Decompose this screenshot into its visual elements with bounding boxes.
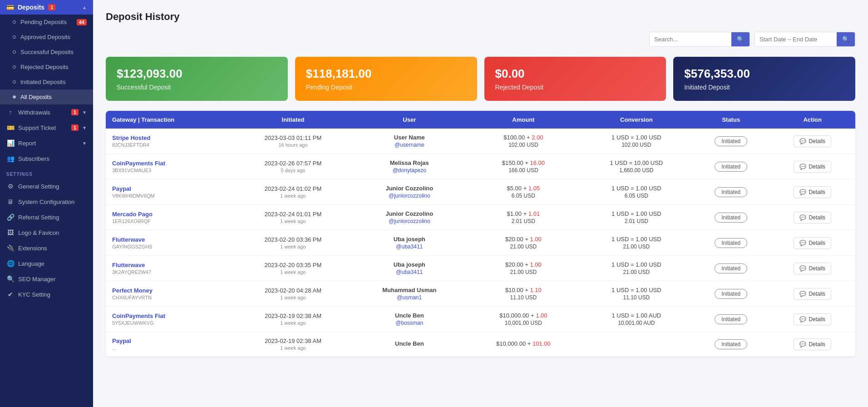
successful-deposits-dot <box>13 50 16 54</box>
sidebar-item-report[interactable]: 📊 Report ▼ <box>0 135 93 151</box>
date-range-input[interactable] <box>755 33 837 46</box>
gateway-name[interactable]: Stripe Hosted <box>112 134 227 141</box>
general-setting-icon: ⚙ <box>6 183 15 190</box>
conversion-cell: 1 USD = 1.00 USD 21.00 USD <box>581 256 692 281</box>
conversion-cell: 1 USD = 1.00 USD 6.05 USD <box>581 179 692 205</box>
sidebar-item-withdrawals[interactable]: ↑ Withdrawals 1 ▼ <box>0 104 93 120</box>
sidebar-item-seo-manager[interactable]: 🔍 SEO Manager <box>0 271 93 287</box>
sidebar-item-extensions[interactable]: 🔌 Extensions <box>0 240 93 256</box>
amount-fee: 1.00 <box>530 236 542 243</box>
initiated-date: 2023-02-20 03:36 PM <box>240 236 346 243</box>
conv-rate: 1 USD = 1.00 USD <box>587 134 686 141</box>
user-cell: Muhammad Usman @usman1 <box>352 281 466 307</box>
language-icon: 🌐 <box>6 260 15 267</box>
details-button[interactable]: 💬 Details <box>794 186 831 198</box>
gateway-name[interactable]: Flutterwave <box>112 262 227 268</box>
sidebar-item-kyc-setting[interactable]: ✔ KYC Setting <box>0 287 93 302</box>
details-button[interactable]: 💬 Details <box>794 212 831 223</box>
date-search-button[interactable]: 🔍 <box>837 32 855 46</box>
initiated-date: 2023-02-19 02:38 AM <box>240 313 346 319</box>
action-cell: 💬 Details <box>769 205 855 230</box>
chevron-up-icon: ▲ <box>82 5 87 10</box>
user-handle[interactable]: @uba3411 <box>359 269 460 275</box>
chat-icon: 💬 <box>799 291 806 297</box>
user-handle[interactable]: @juniorcozzolino <box>359 193 460 199</box>
details-button[interactable]: 💬 Details <box>794 288 831 300</box>
gateway-name[interactable]: CoinPayments Fiat <box>112 313 227 319</box>
details-button[interactable]: 💬 Details <box>794 313 831 325</box>
sidebar-item-logo-favicon[interactable]: 🖼 Logo & Favicon <box>0 225 93 240</box>
sidebar-initiated-deposits-label: Initiated Deposits <box>20 79 66 85</box>
sidebar-item-pending-deposits[interactable]: Pending Deposits 44 <box>0 15 93 30</box>
sidebar-item-all-deposits[interactable]: All Deposits <box>0 89 93 104</box>
search-input[interactable] <box>650 33 731 46</box>
user-handle[interactable]: @juniorcozzolino <box>359 218 460 224</box>
main-content: Deposit History 🔍 🔍 $123,093.00 Successf… <box>93 0 868 407</box>
amount-cell: $20.00 + 1.00 21.00 USD <box>466 230 580 256</box>
amount-total: 6.05 USD <box>473 193 574 199</box>
sidebar-item-system-configuration[interactable]: 🖥 System Configuration <box>0 194 93 209</box>
amount-total: 102.00 USD <box>473 142 574 148</box>
user-handle[interactable]: @usman1 <box>359 294 460 301</box>
sidebar-system-configuration-label: System Configuration <box>18 199 74 205</box>
table-header-cell: Gateway | Transaction <box>106 111 234 129</box>
sidebar-item-language[interactable]: 🌐 Language <box>0 256 93 271</box>
chevron-down-icon: ▼ <box>82 110 87 115</box>
gateway-cell: Flutterwave 3K2AYQRE2W47 <box>106 256 234 281</box>
conv-rate: 1 USD = 1.00 AUD <box>587 312 686 319</box>
gateway-name[interactable]: Perfect Money <box>112 287 227 294</box>
user-handle[interactable]: @uba3411 <box>359 243 460 250</box>
card-amount: $118,181.00 <box>306 67 466 81</box>
sidebar-item-deposits[interactable]: 💳 Deposits 1 ▲ <box>0 0 93 15</box>
sidebar-seo-manager-label: SEO Manager <box>18 276 55 283</box>
conv-total: 2.01 USD <box>587 218 686 224</box>
table-header-cell: Status <box>692 111 769 129</box>
sidebar-item-rejected-deposits[interactable]: Rejected Deposits <box>0 60 93 74</box>
user-handle[interactable]: @username <box>359 142 460 148</box>
details-button[interactable]: 💬 Details <box>794 135 831 147</box>
gateway-name[interactable]: CoinPayments Fiat <box>112 160 227 167</box>
gateway-name[interactable]: Flutterwave <box>112 236 227 243</box>
sidebar-item-general-setting[interactable]: ⚙ General Setting <box>0 179 93 194</box>
initiated-date: 2023-02-20 04:28 AM <box>240 287 346 294</box>
sidebar-item-referral-setting[interactable]: 🔗 Referral Setting <box>0 209 93 225</box>
details-button[interactable]: 💬 Details <box>794 161 831 173</box>
sidebar-item-support-ticket[interactable]: 🎫 Support Ticket 1 ▼ <box>0 120 93 135</box>
details-button[interactable]: 💬 Details <box>794 263 831 274</box>
initiated-cell: 2023-02-24 01:01 PM 1 week ago <box>234 205 353 230</box>
search-button[interactable]: 🔍 <box>731 32 750 46</box>
conversion-cell: 1 USD = 10.00 USD 1,660.00 USD <box>581 154 692 179</box>
initiated-ago: 1 week ago <box>240 193 346 199</box>
amount-total: 166.00 USD <box>473 167 574 174</box>
withdrawals-icon: ↑ <box>6 109 15 116</box>
sidebar-kyc-setting-label: KYC Setting <box>18 291 50 298</box>
details-button[interactable]: 💬 Details <box>794 338 831 350</box>
gateway-name[interactable]: Paypal <box>112 338 227 344</box>
status-cell: Initiated <box>692 179 769 205</box>
search-box: 🔍 <box>649 32 750 47</box>
table-row: Mercado Pago 1ER126XO6RQF 2023-02-24 01:… <box>106 205 855 230</box>
conv-total: 102.00 USD <box>587 142 686 148</box>
gateway-name[interactable]: Mercado Pago <box>112 211 227 218</box>
user-handle[interactable]: @bossman <box>359 320 460 326</box>
amount-total: 21.00 USD <box>473 243 574 250</box>
details-button[interactable]: 💬 Details <box>794 237 831 249</box>
status-cell: Initiated <box>692 154 769 179</box>
gateway-name[interactable]: Paypal <box>112 185 227 192</box>
chat-icon: 💬 <box>799 265 806 272</box>
status-badge: Initiated <box>715 238 747 248</box>
amount-cell: $100.00 + 2.00 102.00 USD <box>466 129 580 154</box>
action-cell: 💬 Details <box>769 332 855 357</box>
sidebar-item-initiated-deposits[interactable]: Initiated Deposits <box>0 74 93 89</box>
sidebar-item-successful-deposits[interactable]: Successful Deposits <box>0 45 93 60</box>
sidebar-item-subscribers[interactable]: 👥 Subscribers <box>0 151 93 166</box>
sidebar-all-deposits-label: All Deposits <box>20 94 52 100</box>
initiated-ago: 1 week ago <box>240 244 346 249</box>
conv-total: 1,660.00 USD <box>587 167 686 174</box>
approved-deposits-dot <box>13 35 16 39</box>
amount-fee: 1.10 <box>530 287 542 293</box>
support-ticket-icon: 🎫 <box>6 124 15 131</box>
sidebar-approved-deposits-label: Approved Deposits <box>20 34 70 40</box>
user-handle[interactable]: @donytapezo <box>359 167 460 174</box>
sidebar-item-approved-deposits[interactable]: Approved Deposits <box>0 30 93 45</box>
